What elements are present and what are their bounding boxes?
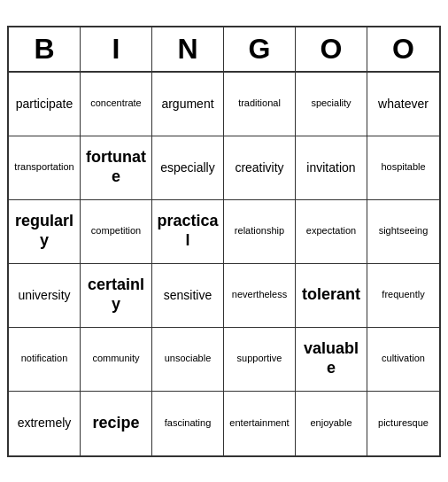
cell-text-30: extremely [18, 416, 72, 431]
bingo-cell-22: tolerant [296, 264, 367, 328]
cell-text-15: relationship [235, 225, 284, 237]
header-letter-5: O [367, 27, 439, 71]
bingo-cell-27: supportive [224, 328, 296, 392]
bingo-cell-18: university [9, 264, 81, 328]
cell-text-23: frequently [382, 289, 424, 300]
bingo-cell-0: participate [9, 73, 81, 136]
cell-text-12: regularly [12, 212, 76, 250]
cell-text-13: competition [91, 225, 141, 237]
bingo-cell-15: relationship [224, 200, 296, 264]
cell-text-11: hospitable [381, 161, 425, 173]
bingo-cell-4: speciality [296, 73, 367, 136]
bingo-cell-7: fortunate [81, 136, 152, 200]
cell-text-16: expectation [306, 225, 356, 237]
header-letter-4: O [296, 27, 367, 71]
cell-text-22: tolerant [302, 285, 360, 305]
cell-text-9: creativity [235, 160, 283, 175]
header-letter-2: N [152, 27, 224, 71]
bingo-cell-17: sightseeing [367, 200, 439, 264]
cell-text-20: sensitive [164, 288, 212, 303]
bingo-cell-5: whatever [367, 73, 439, 136]
bingo-cell-24: notification [9, 328, 81, 392]
bingo-cell-20: sensitive [152, 264, 224, 328]
bingo-cell-8: especially [152, 136, 224, 200]
cell-text-34: enjoyable [310, 417, 351, 429]
cell-text-29: cultivation [382, 353, 425, 364]
header-letter-3: G [224, 27, 296, 71]
cell-text-2: argument [161, 97, 213, 112]
cell-text-19: certainly [84, 276, 148, 314]
cell-text-1: concentrate [90, 97, 141, 109]
cell-text-10: invitation [306, 160, 355, 175]
bingo-cell-25: community [81, 328, 152, 392]
cell-text-4: speciality [311, 97, 351, 109]
cell-text-28: valuable [299, 339, 363, 377]
bingo-grid: participateconcentrateargumenttraditiona… [9, 73, 439, 455]
cell-text-26: unsociable [165, 353, 212, 364]
bingo-cell-30: extremely [9, 392, 81, 455]
cell-text-24: notification [21, 353, 68, 364]
bingo-card: BINGOO participateconcentrateargumenttra… [7, 26, 441, 457]
bingo-cell-14: practical [152, 200, 224, 264]
cell-text-31: recipe [92, 414, 139, 433]
bingo-header: BINGOO [9, 27, 439, 73]
cell-text-18: university [18, 288, 70, 303]
cell-text-25: community [92, 353, 139, 364]
bingo-cell-21: nevertheless [224, 264, 296, 328]
cell-text-7: fortunate [84, 148, 148, 186]
cell-text-0: participate [16, 97, 73, 112]
bingo-cell-23: frequently [367, 264, 439, 328]
bingo-cell-34: enjoyable [296, 392, 367, 455]
cell-text-14: practical [156, 212, 220, 250]
cell-text-35: picturesque [378, 417, 429, 429]
bingo-cell-13: competition [81, 200, 152, 264]
cell-text-6: transportation [14, 161, 73, 173]
header-letter-1: I [81, 27, 152, 71]
bingo-cell-29: cultivation [367, 328, 439, 392]
bingo-cell-33: entertainment [224, 392, 296, 455]
header-letter-0: B [9, 27, 81, 71]
bingo-cell-16: expectation [296, 200, 367, 264]
bingo-cell-32: fascinating [152, 392, 224, 455]
cell-text-5: whatever [378, 97, 429, 112]
bingo-cell-19: certainly [81, 264, 152, 328]
bingo-cell-1: concentrate [81, 73, 152, 136]
cell-text-21: nevertheless [232, 289, 287, 300]
cell-text-8: especially [160, 160, 214, 175]
bingo-cell-26: unsociable [152, 328, 224, 392]
cell-text-17: sightseeing [379, 225, 429, 237]
bingo-cell-35: picturesque [367, 392, 439, 455]
bingo-cell-11: hospitable [367, 136, 439, 200]
bingo-cell-9: creativity [224, 136, 296, 200]
cell-text-27: supportive [237, 353, 282, 364]
cell-text-32: fascinating [165, 417, 212, 429]
bingo-cell-3: traditional [224, 73, 296, 136]
bingo-cell-10: invitation [296, 136, 367, 200]
bingo-cell-6: transportation [9, 136, 81, 200]
cell-text-33: entertainment [229, 417, 289, 429]
bingo-cell-12: regularly [9, 200, 81, 264]
bingo-cell-2: argument [152, 73, 224, 136]
cell-text-3: traditional [238, 97, 281, 109]
bingo-cell-28: valuable [296, 328, 367, 392]
bingo-cell-31: recipe [81, 392, 152, 455]
